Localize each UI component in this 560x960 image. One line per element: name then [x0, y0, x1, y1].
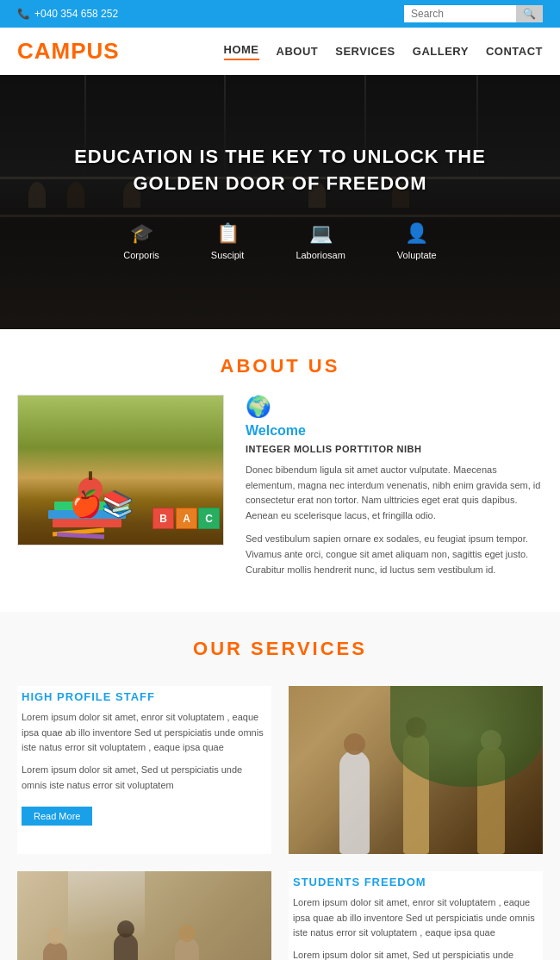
hero-icon-label-2: Suscipit — [211, 250, 245, 260]
top-bar: 📞 +040 354 658 252 🔍 — [0, 0, 560, 28]
nav-services[interactable]: SERVICES — [335, 45, 395, 58]
service-card-staff: HIGH PROFILE STAFF Lorem ipsum dolor sit… — [17, 686, 271, 854]
nav-home[interactable]: HOME — [224, 43, 259, 60]
about-para2: Sed vestibulum sapien ornare ex sodales,… — [246, 532, 543, 577]
about-text: 🌍 Welcome INTEGER MOLLIS PORTTITOR NIBH … — [246, 395, 543, 586]
service-image-group — [17, 871, 271, 960]
phone-number: 📞 +040 354 658 252 — [17, 8, 118, 20]
clipboard-icon: 📋 — [216, 222, 240, 245]
service-title-1: HIGH PROFILE STAFF — [22, 690, 267, 703]
hero-icon-3: 💻 Laboriosam — [296, 222, 345, 260]
about-title: ABOUT US — [17, 329, 543, 395]
service-para1-1: Lorem ipsum dolor sit amet, enror sit vo… — [22, 710, 267, 756]
search-box[interactable]: 🔍 — [404, 5, 543, 22]
search-input[interactable] — [404, 5, 516, 22]
service-title-2: STUDENTS FREEDOM — [293, 876, 538, 888]
hero-icon-label-1: Corporis — [123, 250, 159, 260]
phone-icon: 📞 — [17, 8, 30, 20]
hero-icon-4: 👤 Voluptate — [397, 222, 437, 260]
nav-links: HOME ABOUT SERVICES GALLERY CONTACT — [224, 43, 543, 60]
about-section: ABOUT US A B C 🌍 Welcome INTEGER MOLLIS … — [0, 329, 560, 612]
read-more-btn-1[interactable]: Read More — [22, 807, 92, 826]
nav-contact[interactable]: CONTACT — [486, 45, 543, 58]
about-subtitle: INTEGER MOLLIS PORTTITOR NIBH — [246, 444, 543, 454]
service-card-freedom: STUDENTS FREEDOM Lorem ipsum dolor sit a… — [289, 871, 543, 960]
person-icon: 👤 — [405, 222, 428, 245]
hero-icons: 🎓 Corporis 📋 Suscipit 💻 Laboriosam 👤 Vol… — [30, 222, 530, 260]
about-welcome: Welcome — [246, 423, 543, 439]
hero-section: EDUCATION IS THE KEY TO UNLOCK THE GOLDE… — [0, 75, 560, 329]
hero-icon-1: 🎓 Corporis — [123, 222, 159, 260]
hero-content: EDUCATION IS THE KEY TO UNLOCK THE GOLDE… — [30, 144, 530, 261]
phone-text: +040 354 658 252 — [34, 8, 118, 20]
hero-icon-label-3: Laboriosam — [296, 250, 345, 260]
site-logo[interactable]: CAMPUS — [17, 38, 120, 65]
service-para2-2: Lorem ipsum dolor sit amet, Sed ut persp… — [293, 948, 538, 960]
service-image-students — [289, 686, 543, 854]
nav-gallery[interactable]: GALLERY — [413, 45, 469, 58]
main-nav: CAMPUS HOME ABOUT SERVICES GALLERY CONTA… — [0, 28, 560, 75]
about-image: A B C — [17, 395, 224, 545]
services-grid: HIGH PROFILE STAFF Lorem ipsum dolor sit… — [17, 686, 543, 960]
service-para2-1: Lorem ipsum dolor sit amet, Sed ut persp… — [22, 763, 267, 793]
search-button[interactable]: 🔍 — [516, 5, 543, 22]
about-content: A B C 🌍 Welcome INTEGER MOLLIS PORTTITOR… — [17, 395, 543, 586]
services-section: OUR SERVICES HIGH PROFILE STAFF Lorem ip… — [0, 612, 560, 960]
laptop-icon: 💻 — [309, 222, 333, 245]
globe-icon: 🌍 — [246, 395, 543, 419]
nav-about[interactable]: ABOUT — [277, 45, 319, 58]
about-para1: Donec bibendum ligula sit amet auctor vu… — [246, 463, 543, 523]
graduation-icon: 🎓 — [130, 222, 153, 245]
service-para1-2: Lorem ipsum dolor sit amet, enror sit vo… — [293, 895, 538, 941]
hero-title: EDUCATION IS THE KEY TO UNLOCK THE GOLDE… — [30, 144, 530, 197]
hero-icon-2: 📋 Suscipit — [211, 222, 245, 260]
services-title: OUR SERVICES — [17, 612, 543, 677]
hero-icon-label-4: Voluptate — [397, 250, 437, 260]
